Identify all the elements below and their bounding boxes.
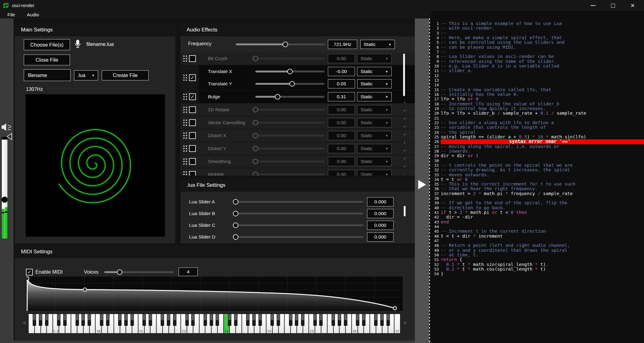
- effect-slider[interactable]: [255, 69, 324, 74]
- effect-value[interactable]: 0.00: [328, 170, 355, 176]
- piano-black-key[interactable]: [362, 314, 365, 326]
- effect-mode-dropdown[interactable]: Static▼: [357, 67, 392, 76]
- effect-checkbox[interactable]: [189, 106, 196, 113]
- effect-value[interactable]: -0.00: [328, 67, 355, 76]
- slider-thumb[interactable]: [233, 211, 238, 216]
- voices-slider[interactable]: [104, 269, 174, 275]
- piano-black-key[interactable]: [33, 314, 36, 326]
- frequency-slider[interactable]: [236, 42, 325, 47]
- piano-black-key[interactable]: [204, 314, 207, 326]
- piano-black-key[interactable]: [45, 314, 48, 326]
- piano-black-key[interactable]: [338, 314, 341, 326]
- effect-mode-dropdown[interactable]: Static▼: [357, 157, 392, 166]
- lua-scrollbar-thumb[interactable]: [404, 206, 406, 216]
- menu-audio[interactable]: Audio: [27, 12, 39, 18]
- adsr-envelope-editor[interactable]: [26, 276, 403, 311]
- slider-thumb[interactable]: [283, 42, 288, 47]
- frequency-mode-dropdown[interactable]: Static ▼: [360, 40, 395, 49]
- piano-black-key[interactable]: [88, 314, 91, 326]
- effect-slider[interactable]: [255, 107, 324, 112]
- effect-value[interactable]: 0.00: [328, 157, 355, 166]
- slider-thumb[interactable]: [233, 234, 238, 240]
- piano-black-key[interactable]: [118, 314, 122, 326]
- drag-handle-icon[interactable]: [183, 145, 188, 152]
- window-minimize-button[interactable]: [590, 3, 596, 8]
- piano-black-key[interactable]: [106, 314, 109, 326]
- piano-black-key[interactable]: [130, 314, 134, 326]
- piano-black-key[interactable]: [149, 314, 152, 326]
- piano-black-key[interactable]: [289, 314, 292, 326]
- filename-input[interactable]: filename: [24, 69, 71, 81]
- window-maximize-button[interactable]: [610, 3, 616, 8]
- piano-black-key[interactable]: [386, 314, 390, 326]
- effect-checkbox[interactable]: ✓: [189, 93, 196, 100]
- microphone-icon[interactable]: [74, 39, 81, 50]
- choose-files-button[interactable]: Choose File(s): [24, 39, 70, 50]
- slider-thumb[interactable]: [253, 107, 258, 112]
- effect-value[interactable]: 0.05: [328, 79, 355, 88]
- piano-white-key[interactable]: C7: [394, 314, 400, 333]
- effect-slider[interactable]: [255, 133, 324, 138]
- piano-black-key[interactable]: [246, 314, 250, 326]
- effect-checkbox[interactable]: [189, 55, 196, 62]
- keyboard-scroll-right-icon[interactable]: ►: [403, 319, 408, 326]
- lua-slider-value[interactable]: 0.000: [367, 209, 394, 218]
- lua-slider-value[interactable]: 0.000: [367, 197, 394, 206]
- drag-handle-icon[interactable]: [183, 132, 188, 139]
- enable-midi-checkbox[interactable]: ✓: [26, 269, 33, 276]
- effect-mode-dropdown[interactable]: Static▼: [357, 118, 392, 127]
- piano-black-key[interactable]: [234, 314, 237, 326]
- effect-checkbox[interactable]: ✓: [189, 74, 196, 81]
- effect-mode-dropdown[interactable]: Static▼: [357, 144, 392, 153]
- effect-slider[interactable]: [255, 120, 324, 125]
- drag-handle-icon[interactable]: [183, 93, 188, 100]
- slider-thumb[interactable]: [117, 269, 122, 275]
- piano-black-key[interactable]: [167, 314, 170, 326]
- piano-black-key[interactable]: [210, 314, 213, 326]
- piano-black-key[interactable]: [270, 314, 274, 326]
- lua-slider-value[interactable]: 0.000: [367, 232, 394, 242]
- piano-black-key[interactable]: [228, 314, 231, 326]
- voices-value[interactable]: 4: [179, 267, 198, 276]
- effect-checkbox[interactable]: [189, 132, 196, 139]
- effect-checkbox[interactable]: [189, 158, 196, 165]
- slider-thumb[interactable]: [253, 159, 258, 164]
- effect-value[interactable]: 0.00: [328, 131, 355, 140]
- play-button[interactable]: [418, 180, 426, 189]
- drag-handle-icon[interactable]: [183, 106, 188, 113]
- drag-handle-icon[interactable]: [183, 55, 188, 62]
- create-file-button[interactable]: Create File: [102, 70, 149, 80]
- effect-slider[interactable]: [255, 146, 324, 151]
- effect-checkbox[interactable]: [189, 171, 196, 176]
- effect-checkbox[interactable]: [189, 119, 196, 126]
- piano-black-key[interactable]: [76, 314, 79, 326]
- piano-black-key[interactable]: [173, 314, 176, 326]
- piano-black-key[interactable]: [344, 314, 347, 326]
- piano-black-key[interactable]: [258, 314, 262, 326]
- effect-value[interactable]: 0.31: [328, 92, 355, 101]
- effect-slider[interactable]: [255, 94, 324, 100]
- menu-file[interactable]: File: [7, 12, 15, 18]
- piano-black-key[interactable]: [185, 314, 189, 326]
- piano-black-key[interactable]: [319, 314, 323, 326]
- effect-slider[interactable]: [255, 172, 324, 176]
- slider-thumb[interactable]: [275, 94, 280, 100]
- slider-thumb[interactable]: [253, 56, 258, 61]
- piano-black-key[interactable]: [252, 314, 256, 326]
- piano-black-key[interactable]: [216, 314, 219, 326]
- slider-thumb[interactable]: [253, 133, 258, 138]
- piano-black-key[interactable]: [277, 314, 280, 326]
- piano-black-key[interactable]: [39, 314, 42, 326]
- lua-slider[interactable]: [236, 234, 363, 240]
- piano-black-key[interactable]: [332, 314, 335, 326]
- effect-slider[interactable]: [255, 159, 324, 164]
- slider-thumb[interactable]: [287, 69, 293, 74]
- extension-dropdown[interactable]: .lua ▼: [74, 70, 98, 80]
- effect-mode-dropdown[interactable]: Static▼: [357, 170, 392, 176]
- slider-thumb[interactable]: [233, 223, 238, 228]
- volume-slider-thumb[interactable]: [2, 197, 8, 203]
- piano-black-key[interactable]: [124, 314, 128, 326]
- lua-slider[interactable]: [236, 199, 363, 205]
- effect-value[interactable]: 0.00: [328, 54, 355, 63]
- piano-black-key[interactable]: [100, 314, 103, 326]
